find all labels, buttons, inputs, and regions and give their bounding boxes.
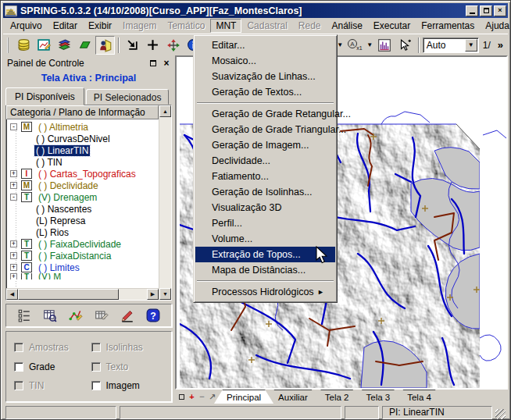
scroll-left-icon[interactable]: ◀	[6, 289, 18, 300]
tree-item-label[interactable]: ( ) Cartas_Topograficas	[37, 169, 138, 180]
database-button[interactable]	[14, 36, 34, 55]
checkbox-box[interactable]	[14, 362, 23, 372]
legend-list-button[interactable]	[15, 306, 34, 325]
pan-button[interactable]	[163, 36, 183, 55]
attribute-table-button[interactable]	[41, 306, 59, 325]
control-panel-header[interactable]: Painel de Controle ×	[4, 55, 173, 69]
menubar-item[interactable]: Análise	[327, 19, 368, 33]
panel-close-button[interactable]: ×	[161, 59, 172, 69]
pi-tab[interactable]: PI Selecionados	[86, 89, 170, 105]
scale-combobox[interactable]: Auto ▼	[423, 37, 479, 53]
menubar-item[interactable]: Exibir	[83, 19, 117, 33]
plane-button[interactable]	[75, 36, 95, 55]
tree-row[interactable]: ( ) Nascentes	[6, 203, 159, 215]
tree-row[interactable]: + M ( ) Declividade	[6, 180, 159, 191]
menu-item[interactable]: Geração de Imagem... ►	[195, 137, 335, 153]
menubar-item[interactable]: Rede	[293, 19, 327, 33]
menu-item[interactable]: Visualização 3D ►	[195, 200, 335, 215]
menubar-item[interactable]: Imagem	[117, 19, 162, 33]
tree-vertical-scrollbar[interactable]: ▲ ▼	[159, 105, 171, 300]
help-button[interactable]: ?	[144, 306, 163, 325]
tree-expander[interactable]: +	[10, 273, 17, 279]
view-option-checkbox[interactable]: Grade	[14, 361, 91, 372]
screen-tab[interactable]: Principal	[214, 390, 273, 404]
tree-item-label[interactable]: ( ) TIN	[34, 157, 64, 168]
table-edit-button[interactable]	[92, 306, 111, 325]
network-edit-button[interactable]	[66, 306, 85, 325]
menu-item[interactable]: Geração de Grade Retangular... ►	[195, 106, 335, 122]
screen-list-button[interactable]	[177, 390, 187, 404]
tree-row[interactable]: ( ) LinearTIN	[6, 144, 159, 156]
toolbar-overflow-chevron[interactable]: »	[495, 39, 506, 51]
menubar-item[interactable]: Editar	[48, 19, 83, 33]
menubar-item[interactable]: Executar	[368, 19, 416, 33]
menu-item[interactable]: ►	[197, 280, 334, 282]
scroll-down-icon[interactable]: ▼	[159, 288, 171, 300]
menubar-item[interactable]: Ajuda	[480, 19, 511, 33]
tree-item-label[interactable]: ( ) Altimetria	[37, 122, 90, 133]
menubar-item[interactable]: Temático	[162, 19, 210, 33]
tree-item-label[interactable]: (V) M	[37, 273, 63, 279]
project-button[interactable]	[34, 36, 54, 55]
resize-grip[interactable]	[495, 409, 506, 419]
tree-column-header[interactable]: Categoria / Plano de Informação	[6, 105, 159, 119]
tree-expander[interactable]: -	[10, 123, 17, 130]
menu-item[interactable]: Processos Hidrológicos ►	[195, 284, 335, 300]
tree-item-label[interactable]: ( ) FaixaDistancia	[37, 251, 113, 262]
select-plus-button[interactable]	[395, 36, 415, 55]
histogram-button[interactable]	[375, 36, 395, 55]
tree-expander[interactable]: +	[10, 240, 17, 247]
tree-item-label[interactable]: ( ) CurvasDeNivel	[34, 133, 112, 144]
checkbox-box[interactable]	[91, 362, 101, 372]
tree-row[interactable]: + T (V) M	[6, 273, 159, 279]
menu-item[interactable]: Declividade... ►	[195, 153, 335, 169]
tree-expander[interactable]: -	[10, 194, 17, 201]
menu-item[interactable]: ►	[197, 102, 334, 104]
screen-tab[interactable]: Tela 3	[354, 390, 403, 404]
menu-item[interactable]: Perfil... ►	[195, 215, 335, 231]
view-option-checkbox[interactable]: TIN	[14, 380, 91, 391]
screen-tab[interactable]: Tela 4	[395, 390, 444, 404]
screen-tab[interactable]: Tela 2	[313, 390, 362, 404]
panel-float-button[interactable]	[148, 59, 159, 69]
tree-row[interactable]: + T ( ) FaixaDistancia	[6, 250, 159, 262]
tree-item-label[interactable]: (L) Represa	[34, 215, 87, 226]
checkbox-box[interactable]	[14, 381, 23, 390]
tree-row[interactable]: - M ( ) Altimetria	[6, 121, 159, 133]
scrollbar-thumb[interactable]	[18, 289, 119, 300]
tree-row[interactable]: + T ( ) FaixaDeclividade	[6, 238, 159, 250]
screen-tab[interactable]: Auxiliar	[266, 390, 320, 404]
tree-row[interactable]: + C ( ) Limites	[6, 262, 159, 273]
menu-item[interactable]: Extração de Topos... ►	[195, 247, 335, 262]
add-button[interactable]	[143, 36, 163, 55]
zoom-scale-dropdown-icon[interactable]: ▼	[366, 41, 374, 48]
menu-item[interactable]: Editar... ►	[195, 37, 335, 53]
view-option-checkbox[interactable]: Amostras	[14, 342, 91, 353]
import-button[interactable]	[123, 36, 142, 55]
zoom-scale-button[interactable]: A x1	[345, 36, 365, 55]
menu-item[interactable]: Suavização de Linhas... ►	[195, 69, 335, 84]
remove-screen-button[interactable]: −	[197, 390, 207, 404]
minimize-button[interactable]	[466, 5, 478, 16]
checkbox-box[interactable]	[14, 343, 23, 352]
tree-expander[interactable]: +	[10, 182, 17, 189]
scroll-up-icon[interactable]: ▲	[159, 105, 171, 117]
menubar-item[interactable]: MNT	[210, 19, 241, 33]
tree-item-label[interactable]: (L) Rios	[34, 227, 70, 238]
view-option-checkbox[interactable]: Isolinhas	[91, 342, 169, 353]
tree-row[interactable]: ( ) CurvasDeNivel	[6, 133, 159, 144]
add-screen-button[interactable]: +	[187, 390, 197, 404]
tree-row[interactable]: ( ) TIN	[6, 156, 159, 168]
tree-expander[interactable]: +	[10, 252, 17, 259]
tree-row[interactable]: (L) Represa	[6, 215, 159, 226]
close-button[interactable]: ×	[494, 5, 506, 16]
scroll-right-icon[interactable]: ▶	[147, 289, 159, 300]
combobox-dropdown-icon[interactable]: ▼	[465, 39, 477, 52]
tree-row[interactable]: + I ( ) Cartas_Topograficas	[6, 168, 159, 180]
tree-item-label[interactable]: ( ) Nascentes	[34, 204, 93, 215]
tree-item-label[interactable]: (V) Drenagem	[37, 192, 98, 203]
menubar-item[interactable]: Cadastral	[241, 19, 292, 33]
menu-item[interactable]: Mosaico... ►	[195, 53, 335, 69]
tree-expander[interactable]: +	[10, 170, 17, 177]
menu-item[interactable]: Volume... ►	[195, 231, 335, 247]
